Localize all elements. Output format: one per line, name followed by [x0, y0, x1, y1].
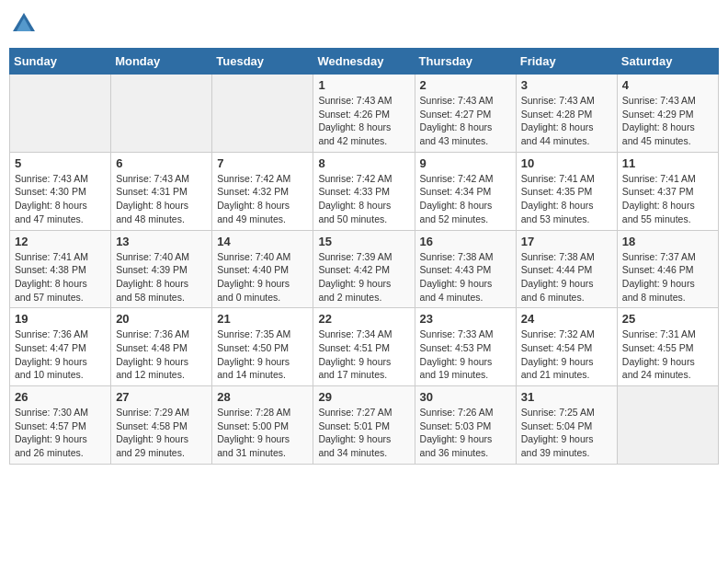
day-number: 13: [116, 235, 207, 248]
calendar-cell: 13Sunrise: 7:40 AM Sunset: 4:39 PM Dayli…: [111, 230, 212, 308]
day-number: 17: [521, 235, 612, 248]
day-info: Sunrise: 7:27 AM Sunset: 5:01 PM Dayligh…: [318, 406, 409, 460]
weekday-header-tuesday: Tuesday: [212, 49, 313, 75]
day-info: Sunrise: 7:33 AM Sunset: 4:53 PM Dayligh…: [420, 327, 511, 382]
day-info: Sunrise: 7:36 AM Sunset: 4:48 PM Dayligh…: [116, 327, 207, 382]
day-info: Sunrise: 7:43 AM Sunset: 4:26 PM Dayligh…: [318, 94, 409, 148]
calendar-cell: 12Sunrise: 7:41 AM Sunset: 4:38 PM Dayli…: [10, 230, 111, 308]
calendar-cell: 30Sunrise: 7:26 AM Sunset: 5:03 PM Dayli…: [415, 386, 516, 465]
day-number: 12: [15, 235, 106, 248]
calendar-cell: 16Sunrise: 7:38 AM Sunset: 4:43 PM Dayli…: [415, 230, 516, 308]
day-info: Sunrise: 7:29 AM Sunset: 4:58 PM Dayligh…: [116, 406, 207, 460]
calendar-week-row: 26Sunrise: 7:30 AM Sunset: 4:57 PM Dayli…: [10, 386, 719, 465]
day-info: Sunrise: 7:43 AM Sunset: 4:30 PM Dayligh…: [15, 172, 106, 226]
calendar-cell: 17Sunrise: 7:38 AM Sunset: 4:44 PM Dayli…: [516, 230, 617, 308]
calendar-cell: 1Sunrise: 7:43 AM Sunset: 4:26 PM Daylig…: [313, 75, 415, 153]
calendar-cell: 26Sunrise: 7:30 AM Sunset: 4:57 PM Dayli…: [10, 386, 111, 465]
weekday-header-monday: Monday: [111, 49, 212, 75]
day-number: 28: [217, 390, 308, 404]
calendar-cell: 11Sunrise: 7:41 AM Sunset: 4:37 PM Dayli…: [617, 152, 718, 230]
day-number: 29: [318, 390, 409, 404]
calendar-cell: [212, 75, 313, 153]
weekday-header-wednesday: Wednesday: [313, 49, 415, 75]
calendar-cell: 27Sunrise: 7:29 AM Sunset: 4:58 PM Dayli…: [111, 386, 212, 465]
day-number: 7: [217, 156, 308, 170]
day-info: Sunrise: 7:31 AM Sunset: 4:55 PM Dayligh…: [622, 327, 713, 382]
day-info: Sunrise: 7:35 AM Sunset: 4:50 PM Dayligh…: [217, 327, 308, 382]
calendar-cell: 22Sunrise: 7:34 AM Sunset: 4:51 PM Dayli…: [313, 308, 415, 386]
calendar-week-row: 5Sunrise: 7:43 AM Sunset: 4:30 PM Daylig…: [10, 152, 719, 230]
calendar-cell: 5Sunrise: 7:43 AM Sunset: 4:30 PM Daylig…: [10, 152, 111, 230]
day-info: Sunrise: 7:37 AM Sunset: 4:46 PM Dayligh…: [622, 250, 713, 304]
day-info: Sunrise: 7:41 AM Sunset: 4:38 PM Dayligh…: [15, 250, 106, 304]
logo: [9, 9, 44, 39]
calendar-table: SundayMondayTuesdayWednesdayThursdayFrid…: [9, 48, 719, 465]
day-info: Sunrise: 7:43 AM Sunset: 4:31 PM Dayligh…: [116, 172, 207, 226]
day-number: 27: [116, 390, 207, 404]
calendar-cell: 4Sunrise: 7:43 AM Sunset: 4:29 PM Daylig…: [617, 75, 718, 153]
day-number: 22: [318, 312, 409, 326]
day-number: 8: [318, 156, 409, 170]
calendar-cell: 29Sunrise: 7:27 AM Sunset: 5:01 PM Dayli…: [313, 386, 415, 465]
calendar-cell: 14Sunrise: 7:40 AM Sunset: 4:40 PM Dayli…: [212, 230, 313, 308]
day-info: Sunrise: 7:26 AM Sunset: 5:03 PM Dayligh…: [420, 406, 511, 460]
calendar-cell: 7Sunrise: 7:42 AM Sunset: 4:32 PM Daylig…: [212, 152, 313, 230]
calendar-cell: 19Sunrise: 7:36 AM Sunset: 4:47 PM Dayli…: [10, 308, 111, 386]
day-info: Sunrise: 7:43 AM Sunset: 4:27 PM Dayligh…: [420, 94, 511, 148]
day-info: Sunrise: 7:38 AM Sunset: 4:43 PM Dayligh…: [420, 250, 511, 304]
day-number: 16: [420, 235, 511, 248]
weekday-header-thursday: Thursday: [415, 49, 516, 75]
day-info: Sunrise: 7:28 AM Sunset: 5:00 PM Dayligh…: [217, 406, 308, 460]
day-number: 4: [622, 78, 713, 92]
day-info: Sunrise: 7:38 AM Sunset: 4:44 PM Dayligh…: [521, 250, 612, 304]
weekday-header-saturday: Saturday: [617, 49, 718, 75]
day-number: 25: [622, 312, 713, 326]
day-number: 2: [420, 78, 511, 92]
day-number: 3: [521, 78, 612, 92]
calendar-cell: 2Sunrise: 7:43 AM Sunset: 4:27 PM Daylig…: [415, 75, 516, 153]
day-number: 15: [318, 235, 409, 248]
calendar-cell: 10Sunrise: 7:41 AM Sunset: 4:35 PM Dayli…: [516, 152, 617, 230]
day-number: 24: [521, 312, 612, 326]
day-info: Sunrise: 7:41 AM Sunset: 4:37 PM Dayligh…: [622, 172, 713, 226]
calendar-cell: [617, 386, 718, 465]
day-info: Sunrise: 7:41 AM Sunset: 4:35 PM Dayligh…: [521, 172, 612, 226]
calendar-cell: 24Sunrise: 7:32 AM Sunset: 4:54 PM Dayli…: [516, 308, 617, 386]
day-number: 23: [420, 312, 511, 326]
calendar-cell: [111, 75, 212, 153]
day-info: Sunrise: 7:30 AM Sunset: 4:57 PM Dayligh…: [15, 406, 106, 460]
calendar-cell: 21Sunrise: 7:35 AM Sunset: 4:50 PM Dayli…: [212, 308, 313, 386]
calendar-week-row: 12Sunrise: 7:41 AM Sunset: 4:38 PM Dayli…: [10, 230, 719, 308]
weekday-header-sunday: Sunday: [10, 49, 111, 75]
day-number: 11: [622, 156, 713, 170]
calendar-cell: [10, 75, 111, 153]
weekday-header-row: SundayMondayTuesdayWednesdayThursdayFrid…: [10, 49, 719, 75]
day-info: Sunrise: 7:25 AM Sunset: 5:04 PM Dayligh…: [521, 406, 612, 460]
day-info: Sunrise: 7:43 AM Sunset: 4:28 PM Dayligh…: [521, 94, 612, 148]
calendar-cell: 20Sunrise: 7:36 AM Sunset: 4:48 PM Dayli…: [111, 308, 212, 386]
calendar-cell: 6Sunrise: 7:43 AM Sunset: 4:31 PM Daylig…: [111, 152, 212, 230]
day-info: Sunrise: 7:40 AM Sunset: 4:40 PM Dayligh…: [217, 250, 308, 304]
day-info: Sunrise: 7:43 AM Sunset: 4:29 PM Dayligh…: [622, 94, 713, 148]
day-info: Sunrise: 7:40 AM Sunset: 4:39 PM Dayligh…: [116, 250, 207, 304]
day-number: 21: [217, 312, 308, 326]
calendar-cell: 15Sunrise: 7:39 AM Sunset: 4:42 PM Dayli…: [313, 230, 415, 308]
day-number: 14: [217, 235, 308, 248]
day-number: 9: [420, 156, 511, 170]
day-number: 26: [15, 390, 106, 404]
page-header: [9, 9, 719, 39]
day-info: Sunrise: 7:39 AM Sunset: 4:42 PM Dayligh…: [318, 250, 409, 304]
day-number: 10: [521, 156, 612, 170]
calendar-cell: 25Sunrise: 7:31 AM Sunset: 4:55 PM Dayli…: [617, 308, 718, 386]
calendar-week-row: 1Sunrise: 7:43 AM Sunset: 4:26 PM Daylig…: [10, 75, 719, 153]
day-number: 5: [15, 156, 106, 170]
day-info: Sunrise: 7:42 AM Sunset: 4:33 PM Dayligh…: [318, 172, 409, 226]
logo-icon: [9, 9, 39, 39]
calendar-cell: 9Sunrise: 7:42 AM Sunset: 4:34 PM Daylig…: [415, 152, 516, 230]
day-info: Sunrise: 7:32 AM Sunset: 4:54 PM Dayligh…: [521, 327, 612, 382]
weekday-header-friday: Friday: [516, 49, 617, 75]
day-number: 6: [116, 156, 207, 170]
calendar-cell: 23Sunrise: 7:33 AM Sunset: 4:53 PM Dayli…: [415, 308, 516, 386]
calendar-cell: 3Sunrise: 7:43 AM Sunset: 4:28 PM Daylig…: [516, 75, 617, 153]
day-number: 20: [116, 312, 207, 326]
